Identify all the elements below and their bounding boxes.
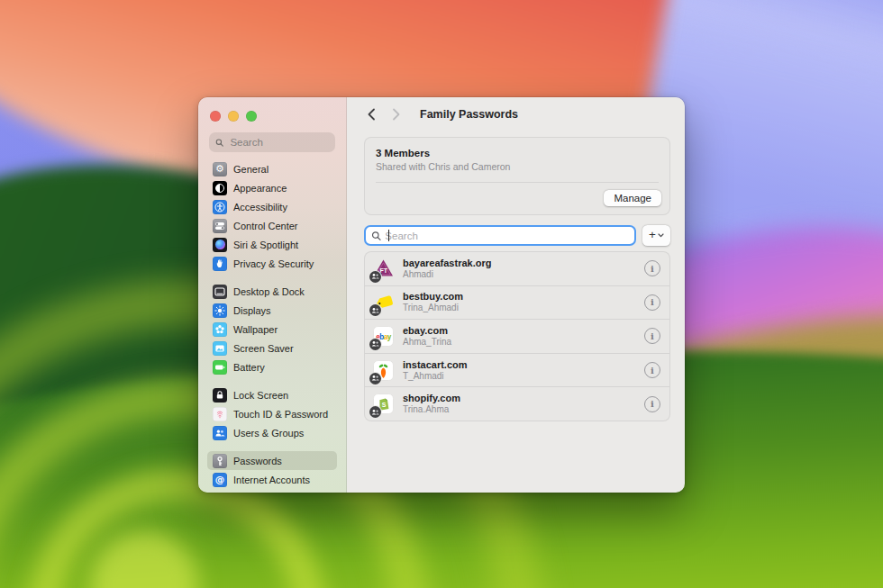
sidebar-item-label: Siri & Spotlight — [233, 240, 298, 250]
system-settings-window: ⚙ General Appearance Accessibility Contr… — [198, 97, 685, 493]
site-name: bayareafastrak.org — [403, 258, 491, 269]
forward-button[interactable] — [386, 104, 407, 125]
sidebar-item-label: Accessibility — [233, 202, 287, 213]
password-search-row: + — [364, 225, 670, 246]
touch-id-icon — [213, 407, 227, 421]
sidebar-item-label: General — [233, 164, 269, 175]
info-icon[interactable]: i — [644, 294, 660, 311]
privacy-hand-icon — [213, 257, 227, 271]
key-icon — [213, 454, 227, 468]
displays-sun-icon — [213, 303, 227, 318]
text-caret — [388, 230, 389, 241]
sidebar-item-wallpaper[interactable]: Wallpaper — [207, 320, 337, 339]
sidebar-item-passwords[interactable]: Passwords — [207, 451, 337, 470]
sidebar-item-label: Battery — [233, 362, 265, 373]
minimize-button[interactable] — [228, 111, 239, 122]
sidebar-item-siri-spotlight[interactable]: Siri & Spotlight — [207, 235, 337, 254]
password-row-bayareafastrak[interactable]: FT bayareafastrak.org Ahmadi i — [365, 252, 669, 285]
accessibility-icon — [213, 200, 227, 214]
sidebar-item-label: Lock Screen — [233, 390, 288, 401]
shared-badge-icon — [369, 373, 381, 384]
username: Trina_Ahmadi — [403, 303, 463, 313]
sidebar-item-desktop-dock[interactable]: Desktop & Dock — [207, 282, 337, 301]
sidebar-item-label: Displays — [233, 305, 271, 316]
wallpaper-flower-icon — [213, 322, 227, 337]
shopify-bag-icon: S — [373, 394, 394, 414]
add-password-button[interactable]: + — [642, 225, 670, 246]
shared-badge-icon — [369, 339, 381, 350]
sidebar-search-field[interactable] — [209, 132, 335, 152]
password-row-instacart[interactable]: instacart.com T_Ahmadi i — [365, 353, 669, 387]
sidebar-item-label: Screen Saver — [233, 343, 294, 354]
users-icon — [213, 426, 227, 440]
info-icon[interactable]: i — [644, 328, 660, 344]
chevron-down-icon — [658, 233, 664, 238]
username: Ahmadi — [403, 269, 491, 280]
password-row-bestbuy[interactable]: bestbuy.com Trina_Ahmadi i — [365, 285, 669, 320]
sidebar-item-lock-screen[interactable]: Lock Screen — [207, 385, 337, 404]
siri-icon — [213, 238, 227, 252]
password-search-input[interactable] — [385, 231, 629, 241]
bestbuy-tag-icon — [373, 292, 394, 312]
svg-text:S: S — [382, 403, 387, 409]
username: T_Ahmadi — [403, 371, 468, 382]
appearance-icon — [213, 181, 227, 195]
site-name: bestbuy.com — [403, 291, 463, 303]
close-button[interactable] — [210, 111, 221, 122]
search-icon — [215, 138, 223, 148]
sidebar-item-label: Internet Accounts — [233, 475, 310, 485]
sidebar-item-label: Wallpaper — [233, 324, 278, 335]
sidebar-search-input[interactable] — [228, 136, 329, 149]
info-icon[interactable]: i — [644, 396, 660, 412]
info-icon[interactable]: i — [644, 362, 660, 378]
page-title: Family Passwords — [420, 108, 518, 121]
username: Ahma_Trina — [403, 337, 451, 348]
username: Trina.Ahma — [403, 404, 460, 415]
sidebar-item-label: Appearance — [233, 183, 287, 194]
zoom-button[interactable] — [246, 111, 257, 122]
sidebar-item-users-groups[interactable]: Users & Groups — [207, 423, 337, 442]
shared-badge-icon — [369, 406, 381, 418]
sidebar-item-general[interactable]: ⚙ General — [207, 159, 337, 178]
site-name: ebay.com — [403, 325, 451, 337]
family-passwords-panel: Family Passwords 3 Members Shared with C… — [347, 97, 685, 493]
plus-icon: + — [649, 229, 656, 241]
sidebar-item-label: Control Center — [233, 221, 298, 231]
sidebar-group-gap — [207, 376, 337, 385]
sidebar-item-appearance[interactable]: Appearance — [207, 178, 337, 197]
manage-button[interactable]: Manage — [604, 190, 661, 206]
gear-icon: ⚙ — [213, 162, 227, 176]
shared-badge-icon — [369, 271, 381, 283]
sidebar-item-displays[interactable]: Displays — [207, 301, 337, 320]
members-subtitle: Shared with Chris and Cameron — [376, 161, 659, 172]
site-name: shopify.com — [403, 393, 460, 404]
sidebar-item-privacy-security[interactable]: Privacy & Security — [207, 254, 337, 273]
sidebar-item-screen-saver[interactable]: Screen Saver — [207, 339, 337, 357]
members-count: 3 Members — [376, 148, 659, 158]
battery-icon — [213, 360, 227, 375]
instacart-carrot-icon — [373, 360, 394, 381]
sidebar-item-accessibility[interactable]: Accessibility — [207, 197, 337, 216]
password-row-ebay[interactable]: ebay ebay.com Ahma_Trina i — [365, 319, 669, 353]
password-row-shopify[interactable]: S shopify.com Trina.Ahma i — [365, 386, 669, 421]
sidebar-item-label: Touch ID & Password — [233, 409, 328, 420]
sidebar-item-control-center[interactable]: Control Center — [207, 216, 337, 235]
members-card: 3 Members Shared with Chris and Cameron … — [364, 137, 670, 215]
chevron-left-icon — [367, 108, 376, 121]
control-center-icon — [213, 219, 227, 233]
password-search-field[interactable] — [364, 225, 636, 246]
back-button[interactable] — [360, 104, 382, 125]
fastrak-logo-icon: FT — [373, 258, 394, 279]
sidebar-item-label: Users & Groups — [233, 428, 304, 439]
sidebar-item-battery[interactable]: Battery — [207, 357, 337, 376]
panel-header: Family Passwords — [360, 97, 674, 131]
lock-icon — [213, 388, 227, 403]
sidebar-item-touch-id[interactable]: Touch ID & Password — [207, 404, 337, 423]
sidebar-item-internet-accounts[interactable]: @ Internet Accounts — [207, 470, 337, 489]
sidebar-item-label: Privacy & Security — [233, 258, 314, 269]
ebay-logo-icon: ebay — [373, 326, 394, 347]
info-icon[interactable]: i — [644, 260, 660, 276]
at-icon: @ — [213, 473, 227, 487]
sidebar-item-label: Passwords — [233, 456, 282, 466]
desktop-dock-icon — [213, 285, 227, 299]
